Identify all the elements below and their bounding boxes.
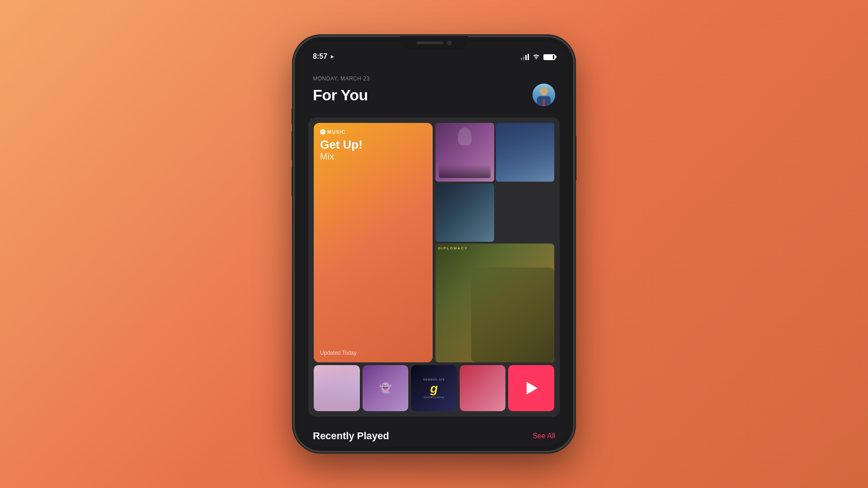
page-title: For You [313,86,368,104]
time-display: 8:57 [313,52,327,61]
head-over-heels-album[interactable] [460,365,506,411]
avatar-tie [543,99,545,106]
section-header: Recently Played See All [313,430,555,442]
music-badge-label: MUSIC [327,129,345,135]
taylor-swift-album[interactable] [314,365,360,411]
diplomacy-title-text: DIPLOMACY [438,246,468,250]
apple-music-badge: MUSIC [320,129,426,135]
volume-up-button [292,131,293,160]
glee-homecoming-text: Homecoming [424,396,444,399]
get-up-mix-card[interactable]: MUSIC Get Up! Mix Updated Today [314,123,433,362]
location-icon: ➤ [330,54,334,59]
phone-screen: 8:57 ➤ [299,42,569,446]
ghost-icon: 👻 [379,382,392,394]
updated-text: Updated Today [320,341,426,356]
front-camera [447,41,452,45]
avatar-image [533,84,555,106]
main-card: MUSIC Get Up! Mix Updated Today [308,117,560,417]
recently-played-section: Recently Played See All [299,421,569,446]
apple-music-app: 8:57 ➤ [299,42,569,446]
wifi-icon [533,53,540,61]
signal-icon [521,54,529,60]
notch [400,36,468,50]
apple-music-logo [320,129,326,135]
glee-album[interactable]: season six g Homecoming [411,365,457,411]
status-time: 8:57 ➤ [313,52,334,61]
mix-subtitle: Mix [320,151,426,162]
see-all-button[interactable]: See All [533,432,555,440]
battery-icon [543,54,555,60]
date-label: MONDAY, MARCH 23 [313,75,555,82]
phone-shell: 8:57 ➤ [294,36,574,452]
page-title-row: For You [313,84,555,106]
avatar[interactable] [533,84,555,106]
diplomacy-album[interactable]: DIPLOMACY [435,244,554,362]
album-thumb-2[interactable] [496,123,555,182]
glee-season-text: season six [423,377,445,381]
play-button-card[interactable] [508,365,554,411]
card-bottom-row: 👻 season six g Homecoming [314,365,554,411]
card-top-row: MUSIC Get Up! Mix Updated Today [314,123,554,362]
status-icons [521,53,555,61]
phone-container: 8:57 ➤ [294,36,574,452]
album-thumb-3[interactable] [435,183,494,242]
speaker [416,42,443,44]
card-section: MUSIC Get Up! Mix Updated Today [299,117,569,417]
avatar-body [537,96,551,106]
power-button [575,136,576,181]
mix-title: Get Up! [320,138,426,151]
play-icon [527,382,538,394]
header-section: MONDAY, MARCH 23 For You [299,66,569,113]
matthew-mole-album[interactable]: 👻 [363,365,409,411]
avatar-head [540,87,548,95]
glee-letter: g [430,382,438,395]
recently-played-title: Recently Played [313,430,389,442]
album-thumb-1[interactable] [435,123,494,182]
volume-silent-button [292,108,293,124]
album-grid-right: DIPLOMACY [435,123,554,362]
volume-down-button [292,167,293,197]
